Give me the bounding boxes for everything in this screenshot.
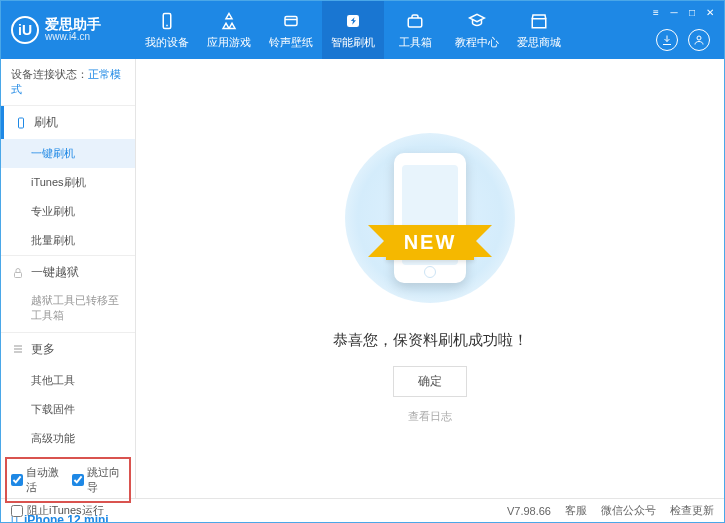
phone-icon xyxy=(14,116,28,130)
window-controls: ≡ ─ □ ✕ xyxy=(648,5,718,19)
wechat-link[interactable]: 微信公众号 xyxy=(601,503,656,518)
logo[interactable]: iU 爱思助手 www.i4.cn xyxy=(1,16,136,44)
top-nav: 我的设备 应用游戏 铃声壁纸 智能刷机 工具箱 教程中心 爱思商城 xyxy=(136,1,724,59)
close-button[interactable]: ✕ xyxy=(702,5,718,19)
new-ribbon: NEW xyxy=(386,225,475,260)
shop-icon xyxy=(529,11,549,31)
menu-button[interactable]: ≡ xyxy=(648,5,664,19)
sidebar-item-batch-flash[interactable]: 批量刷机 xyxy=(1,226,135,255)
lock-icon xyxy=(11,266,25,280)
support-link[interactable]: 客服 xyxy=(565,503,587,518)
sidebar-item-pro-flash[interactable]: 专业刷机 xyxy=(1,197,135,226)
phone-icon xyxy=(157,11,177,31)
svg-rect-8 xyxy=(15,272,22,277)
success-message: 恭喜您，保资料刷机成功啦！ xyxy=(333,331,528,350)
apps-icon xyxy=(219,11,239,31)
ringtone-icon xyxy=(281,11,301,31)
logo-icon: iU xyxy=(11,16,39,44)
svg-rect-5 xyxy=(532,18,546,27)
connection-status: 设备连接状态：正常模式 xyxy=(1,59,135,105)
nav-shop[interactable]: 爱思商城 xyxy=(508,1,570,59)
sidebar-section-jailbreak[interactable]: 一键越狱 xyxy=(1,256,135,289)
sidebar-item-itunes-flash[interactable]: iTunes刷机 xyxy=(1,168,135,197)
svg-rect-7 xyxy=(19,118,24,128)
flash-icon xyxy=(343,11,363,31)
svg-point-6 xyxy=(697,36,701,40)
nav-my-device[interactable]: 我的设备 xyxy=(136,1,198,59)
sidebar-options-highlight: 自动激活 跳过向导 xyxy=(5,457,131,503)
sidebar-item-advanced[interactable]: 高级功能 xyxy=(1,424,135,453)
view-log-link[interactable]: 查看日志 xyxy=(408,409,452,424)
version-label: V7.98.66 xyxy=(507,505,551,517)
nav-toolbox[interactable]: 工具箱 xyxy=(384,1,446,59)
list-icon xyxy=(11,342,25,356)
sidebar-item-other-tools[interactable]: 其他工具 xyxy=(1,366,135,395)
checkbox-auto-activate[interactable]: 自动激活 xyxy=(11,465,64,495)
tutorial-icon xyxy=(467,11,487,31)
svg-rect-2 xyxy=(285,16,297,25)
sidebar-section-more[interactable]: 更多 xyxy=(1,333,135,366)
maximize-button[interactable]: □ xyxy=(684,5,700,19)
nav-apps[interactable]: 应用游戏 xyxy=(198,1,260,59)
update-link[interactable]: 检查更新 xyxy=(670,503,714,518)
nav-ringtone[interactable]: 铃声壁纸 xyxy=(260,1,322,59)
toolbox-icon xyxy=(405,11,425,31)
phone-illustration xyxy=(394,153,466,283)
main-content: NEW 恭喜您，保资料刷机成功啦！ 确定 查看日志 xyxy=(136,59,724,498)
app-url: www.i4.cn xyxy=(45,31,101,43)
sidebar-item-oneclick-flash[interactable]: 一键刷机 xyxy=(1,139,135,168)
app-title: 爱思助手 xyxy=(45,17,101,31)
sidebar-section-flash[interactable]: 刷机 xyxy=(1,106,135,139)
jailbreak-note: 越狱工具已转移至工具箱 xyxy=(1,289,135,332)
account-button[interactable] xyxy=(688,29,710,51)
nav-tutorial[interactable]: 教程中心 xyxy=(446,1,508,59)
svg-rect-4 xyxy=(408,18,422,27)
ok-button[interactable]: 确定 xyxy=(393,366,467,397)
sidebar-item-download-firmware[interactable]: 下载固件 xyxy=(1,395,135,424)
minimize-button[interactable]: ─ xyxy=(666,5,682,19)
checkbox-block-itunes[interactable]: 阻止iTunes运行 xyxy=(11,503,104,518)
success-illustration: NEW xyxy=(345,133,515,303)
checkbox-skip-guide[interactable]: 跳过向导 xyxy=(72,465,125,495)
sidebar: 设备连接状态：正常模式 刷机 一键刷机 iTunes刷机 专业刷机 批量刷机 一… xyxy=(1,59,136,498)
header: iU 爱思助手 www.i4.cn 我的设备 应用游戏 铃声壁纸 智能刷机 工具… xyxy=(1,1,724,59)
download-button[interactable] xyxy=(656,29,678,51)
nav-flash[interactable]: 智能刷机 xyxy=(322,1,384,59)
